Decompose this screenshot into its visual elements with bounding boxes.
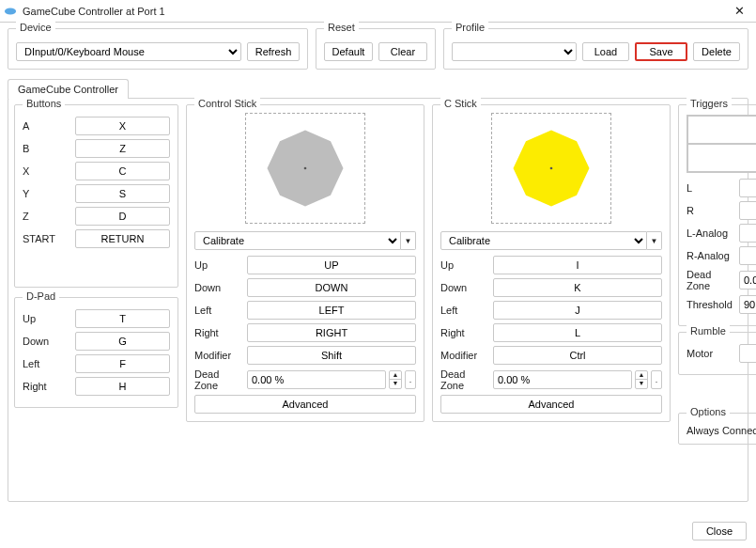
buttons-button-2[interactable]: C (75, 162, 170, 180)
c-stick-label-2: Left (440, 305, 487, 316)
dpad-label-1: Down (23, 336, 69, 347)
control-advanced-button[interactable]: Advanced (194, 395, 416, 414)
device-legend: Device (16, 22, 55, 33)
dpad-label-3: Right (23, 381, 69, 392)
trig-l-button[interactable]: LBRACKET (739, 179, 756, 197)
dpad-button-0[interactable]: T (75, 309, 170, 328)
trig-l-label: L (687, 182, 733, 194)
window-title: GameCube Controller at Port 1 (23, 6, 727, 17)
cstick-deadzone-spinner[interactable]: ▲▼ (635, 370, 648, 389)
trig-la-label: L-Analog (687, 227, 733, 239)
app-icon (4, 5, 17, 18)
dpad-button-3[interactable]: H (75, 377, 170, 396)
dpad-button-1[interactable]: G (75, 332, 170, 351)
control-stick-button-1[interactable]: DOWN (247, 278, 416, 297)
always-connected-label: Always Connected (687, 425, 756, 436)
c-stick-legend: C Stick (440, 98, 481, 109)
close-button[interactable]: Close (692, 522, 747, 540)
svg-point-0 (5, 8, 16, 14)
trig-dz-input[interactable] (739, 271, 756, 290)
load-button[interactable]: Load (582, 42, 629, 61)
triggers-legend: Triggers (687, 98, 732, 109)
c-stick-visual (491, 113, 611, 224)
control-calibrate-caret[interactable]: ▼ (401, 231, 416, 250)
trig-ra-label: R-Analog (687, 250, 733, 261)
control-deadzone-spinner[interactable]: ▲▼ (389, 370, 402, 389)
default-button[interactable]: Default (324, 42, 373, 61)
buttons-button-3[interactable]: S (75, 184, 170, 203)
control-deadzone-input[interactable] (247, 370, 386, 389)
svg-point-4 (550, 167, 553, 170)
cstick-calibrate-select[interactable]: Calibrate (440, 231, 647, 250)
c-stick-button-2[interactable]: J (493, 301, 662, 320)
c-stick-label-1: Down (440, 282, 487, 293)
c-stick-label-3: Right (440, 327, 487, 338)
trig-dz-label: Dead Zone (687, 269, 733, 291)
rumble-legend: Rumble (687, 325, 730, 337)
options-legend: Options (687, 406, 730, 417)
control-stick-button-4[interactable]: Shift (247, 346, 416, 365)
control-stick-label-2: Left (194, 305, 241, 316)
buttons-button-0[interactable]: X (75, 117, 170, 135)
buttons-button-1[interactable]: Z (75, 139, 170, 158)
control-stick-label-1: Down (194, 282, 241, 293)
control-stick-legend: Control Stick (194, 98, 260, 109)
control-stick-button-3[interactable]: RIGHT (247, 323, 416, 342)
motor-button[interactable] (739, 344, 756, 363)
save-button[interactable]: Save (635, 42, 687, 61)
trig-th-input[interactable] (739, 295, 756, 314)
trig-ra-button[interactable] (739, 246, 756, 265)
refresh-button[interactable]: Refresh (247, 42, 300, 61)
buttons-legend: Buttons (23, 98, 65, 109)
close-icon[interactable]: ✕ (727, 4, 752, 18)
buttons-label-3: Y (23, 188, 69, 199)
buttons-label-1: B (23, 143, 69, 154)
c-stick-label-0: Up (440, 259, 487, 271)
dpad-legend: D-Pad (23, 290, 59, 302)
cstick-deadzone-label: Dead Zone (440, 368, 487, 391)
trigger-ranalog-cell[interactable]: R-Analog (687, 144, 756, 172)
buttons-label-0: A (23, 120, 69, 132)
tab-gamecube[interactable]: GameCube Controller (8, 79, 129, 99)
buttons-label-5: START (23, 233, 69, 244)
delete-button[interactable]: Delete (693, 42, 740, 61)
cstick-calibrate-caret[interactable]: ▼ (647, 231, 662, 250)
c-stick-label-4: Modifier (440, 350, 487, 361)
dpad-label-2: Left (23, 358, 69, 369)
reset-legend: Reset (324, 22, 359, 33)
device-select[interactable]: DInput/0/Keyboard Mouse (16, 42, 241, 61)
c-stick-button-3[interactable]: L (493, 323, 662, 342)
control-stick-label-4: Modifier (194, 350, 241, 361)
control-stick-label-3: Right (194, 327, 241, 338)
dpad-label-0: Up (23, 313, 69, 324)
profile-select[interactable] (452, 42, 577, 61)
control-deadzone-label: Dead Zone (194, 368, 241, 391)
buttons-label-2: X (23, 165, 69, 177)
motor-label: Motor (687, 348, 733, 359)
c-stick-button-0[interactable]: I (493, 256, 662, 274)
svg-point-2 (304, 167, 307, 170)
buttons-button-5[interactable]: RETURN (75, 229, 170, 248)
control-deadzone-dot[interactable]: . (405, 370, 416, 389)
control-stick-button-0[interactable]: UP (247, 256, 416, 274)
trig-th-label: Threshold (687, 299, 733, 310)
cstick-deadzone-input[interactable] (493, 370, 632, 389)
control-stick-button-2[interactable]: LEFT (247, 301, 416, 320)
buttons-label-4: Z (23, 211, 69, 222)
buttons-button-4[interactable]: D (75, 207, 170, 226)
c-stick-button-4[interactable]: Ctrl (493, 346, 662, 365)
profile-legend: Profile (452, 22, 488, 33)
control-calibrate-select[interactable]: Calibrate (194, 231, 401, 250)
cstick-deadzone-dot[interactable]: . (651, 370, 662, 389)
trig-r-label: R (687, 205, 733, 216)
control-stick-label-0: Up (194, 259, 241, 271)
trigger-lanalog-cell[interactable]: L-Analog (687, 116, 756, 144)
cstick-advanced-button[interactable]: Advanced (440, 395, 662, 414)
clear-button[interactable]: Clear (378, 42, 427, 61)
control-stick-visual (245, 113, 365, 224)
trig-la-button[interactable] (739, 224, 756, 243)
dpad-button-2[interactable]: F (75, 354, 170, 373)
c-stick-button-1[interactable]: K (493, 278, 662, 297)
trig-r-button[interactable]: Click 0 (739, 201, 756, 220)
